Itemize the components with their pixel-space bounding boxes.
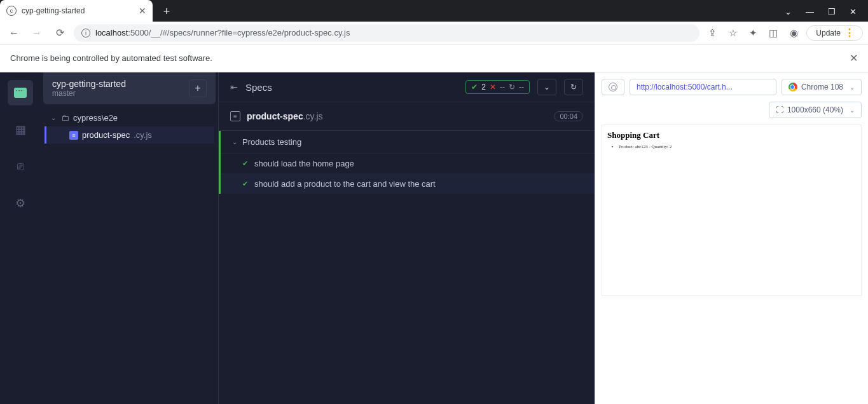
project-name: cyp-getting-started [52,79,189,89]
test-name: should add a product to the cart and vie… [254,179,436,189]
rerun-button[interactable]: ↻ [564,79,583,95]
chrome-icon [789,83,797,91]
profile-icon[interactable]: ◉ [786,27,801,39]
update-label: Update [816,29,841,37]
cypress-app: ▦ ⎚ ⚙ cyp-getting-started master + ⌄ 🗀 c… [0,72,868,404]
spec-name: product-spec [247,111,303,121]
nav-settings-icon[interactable]: ⚙ [8,191,33,216]
project-header: cyp-getting-started master + [43,72,216,104]
bookmark-icon[interactable]: ☆ [725,27,740,39]
file-ext: .cy.js [134,130,152,140]
folder-icon: 🗀 [61,113,69,123]
suite-name: Products testing [242,137,301,147]
minimize-icon[interactable]: — [806,7,814,17]
spec-title-row[interactable]: product-spec.cy.js 00:04 [219,102,595,131]
infobar-text: Chrome is being controlled by automated … [10,53,212,63]
spec-icon [230,111,240,121]
spec-ext: .cy.js [303,111,323,121]
search-tabs-icon[interactable]: ⌄ [785,7,792,17]
viewport-label: 1000x660 (40%) [787,105,843,114]
test-name: should load the home page [254,159,354,168]
browser-label: Chrome 108 [801,83,843,91]
address-bar[interactable]: i localhost:5000/__/#/specs/runner?file=… [74,24,699,42]
suite-title-row[interactable]: ⌄ Products testing [221,131,595,153]
browser-tab[interactable]: c cyp-getting-started ✕ [0,0,153,22]
preview-toolbar: http://localhost:5000/cart.h... Chrome 1… [595,72,868,102]
url-host: localhost [95,28,128,37]
fail-x-icon: ✕ [490,83,496,91]
sidepanel-icon[interactable]: ◫ [766,27,781,39]
spec-tree: ⌄ 🗀 cypress\e2e product-spec .cy.js [41,109,218,144]
test-row[interactable]: ✔ should add a product to the cart and v… [221,173,595,194]
folder-name: cypress\e2e [73,113,118,123]
reload-button[interactable]: ⟳ [51,24,69,42]
site-info-icon[interactable]: i [81,29,90,37]
forward-button[interactable]: → [28,24,46,42]
url-path: /__/#/specs/runner?file=cypress/e2e/prod… [149,28,350,37]
preview-url: http://localhost:5000/cart.h... [637,83,733,91]
pending-icon: ↻ [509,83,515,91]
tree-folder-row[interactable]: ⌄ 🗀 cypress\e2e [45,109,214,126]
cypress-favicon-icon: c [6,6,17,16]
runner-header: ⇤ Specs ✔ 2 ✕ -- ↻ -- ⌄ ↻ [219,72,595,102]
new-spec-button[interactable]: + [189,79,207,97]
app-preview-panel: http://localhost:5000/cart.h... Chrome 1… [595,72,868,404]
maximize-icon[interactable]: ❐ [828,7,836,17]
automation-infobar: Chrome is being controlled by automated … [0,44,868,72]
browser-toolbar: ← → ⟳ i localhost:5000/__/#/specs/runner… [0,22,868,44]
test-pass-icon: ✔ [242,180,248,188]
window-titlebar: c cyp-getting-started ✕ + ⌄ — ❐ ✕ [0,0,868,22]
nav-debug-icon[interactable]: ⎚ [8,154,33,179]
page-heading: Shopping Cart [607,130,856,140]
test-stats: ✔ 2 ✕ -- ↻ -- [465,80,530,94]
browser-selector[interactable]: Chrome 108 ⌄ [782,79,862,95]
test-row[interactable]: ✔ should load the home page [221,153,595,173]
cart-line-item: Product: abc123 - Quantity: 2 [619,144,856,149]
viewport-selector[interactable]: ⛶ 1000x660 (40%) ⌄ [769,102,862,118]
spec-sidebar: cyp-getting-started master + ⌄ 🗀 cypress… [41,72,219,404]
spec-file-icon [69,131,78,140]
nav-specs-icon[interactable] [8,80,33,105]
test-runner: ⇤ Specs ✔ 2 ✕ -- ↻ -- ⌄ ↻ product-spec.c… [219,72,595,404]
branch-name: master [52,89,189,98]
url-port: :5000 [128,28,149,37]
preview-toolbar-2: ⛶ 1000x660 (40%) ⌄ [595,102,868,125]
tab-close-icon[interactable]: ✕ [139,6,146,16]
test-suite: ⌄ Products testing ✔ should load the hom… [219,131,595,194]
tab-title: cyp-getting-started [22,6,134,15]
tree-file-row[interactable]: product-spec .cy.js [45,126,214,144]
share-icon[interactable]: ⇪ [705,27,720,39]
close-window-icon[interactable]: ✕ [850,7,857,17]
new-tab-button[interactable]: + [158,3,176,20]
scale-icon: ⛶ [776,105,783,114]
extensions-icon[interactable]: ✦ [745,27,761,39]
preview-url-field[interactable]: http://localhost:5000/cart.h... [630,79,776,95]
infobar-close-icon[interactable]: ✕ [850,52,858,64]
back-button[interactable]: ← [5,24,23,42]
chevron-down-icon: ⌄ [51,114,57,121]
nav-runs-icon[interactable]: ▦ [8,117,33,142]
aut-iframe[interactable]: Shopping Cart Product: abc123 - Quantity… [602,125,862,296]
pass-check-icon: ✔ [471,83,478,91]
duration-badge: 00:04 [554,111,583,121]
left-nav-rail: ▦ ⎚ ⚙ [0,72,41,404]
collapse-icon[interactable]: ⇤ [230,82,238,92]
pass-count: 2 [481,83,486,91]
window-controls: ⌄ — ❐ ✕ [785,7,868,22]
update-button[interactable]: Update ⋮ [806,25,863,41]
specs-label: Specs [245,82,458,93]
fail-count: -- [500,83,505,91]
options-dropdown[interactable]: ⌄ [537,79,556,95]
chevron-down-icon: ⌄ [850,84,855,91]
chevron-down-icon: ⌄ [232,138,237,145]
pending-count: -- [519,83,524,91]
selector-icon [609,83,617,91]
test-pass-icon: ✔ [242,159,248,168]
chevron-down-icon: ⌄ [850,107,855,114]
selector-playground-button[interactable] [602,79,624,95]
file-name: product-spec [82,130,130,140]
